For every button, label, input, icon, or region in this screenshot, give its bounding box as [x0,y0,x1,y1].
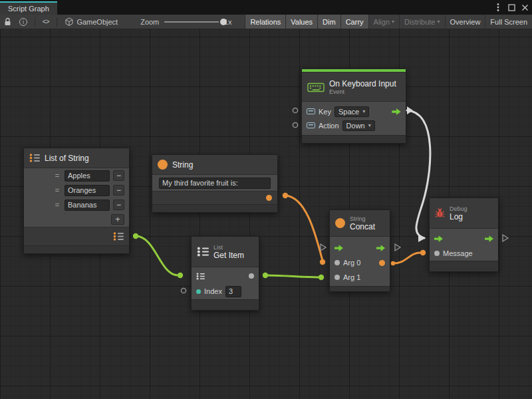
node-concat[interactable]: String Concat Arg 0 Arg 1 [329,209,390,292]
add-item-button[interactable]: + [111,214,124,225]
message-label: Message [443,249,473,257]
node-category: String [350,215,375,222]
result-port-icon[interactable] [379,260,385,266]
kebab-menu-icon[interactable] [494,3,502,11]
toolbar-toggle-group: Relations Values Dim Carry Align▾ Distri… [245,15,532,29]
graph-toolbar: i <> GameObject Zoom 1x Relations Values… [0,15,532,29]
node-debug-log[interactable]: Debug Log Message [429,198,499,272]
reorder-handle-icon[interactable]: = [53,201,61,209]
maximize-icon[interactable] [507,3,515,11]
node-header: List of String [24,148,129,168]
flow-in-arrow-icon[interactable] [334,245,343,251]
remove-item-button[interactable]: − [113,185,124,196]
node-header: List Get Item [192,237,259,267]
title-bar: Script Graph [0,0,532,15]
item-output-port-icon[interactable] [249,273,254,279]
keycap-icon [307,108,315,114]
remove-item-button[interactable]: − [113,200,124,210]
action-label: Action [319,122,339,130]
node-bottom-strip [302,135,406,143]
node-header: On Keyboard Input Event [302,72,406,102]
index-port-icon[interactable] [196,289,201,294]
list-item-row: = − [24,198,129,212]
zoom-slider-thumb[interactable] [220,19,227,25]
relations-button[interactable]: Relations [245,15,285,29]
bug-icon [435,208,445,218]
action-dropdown[interactable]: Down ▾ [342,120,375,131]
flow-in-arrow-icon[interactable] [434,235,443,242]
tab-title: Script Graph [8,5,49,13]
zoom-slider-track[interactable] [164,21,219,23]
list-item-input[interactable] [65,185,110,196]
keyboard-icon [307,82,325,92]
node-category: List [213,244,244,251]
node-title: On Keyboard Input [329,79,396,88]
toolbar-separator [57,17,57,27]
key-dropdown[interactable]: Space ▾ [334,106,369,117]
lock-icon[interactable] [0,15,15,29]
list-icon-orange [29,154,40,162]
dim-button[interactable]: Dim [317,15,340,29]
flow-out-arrow-icon[interactable] [485,235,493,242]
node-on-keyboard-input[interactable]: On Keyboard Input Event Key Space ▾ Acti… [301,68,406,144]
action-value: Down [346,122,365,130]
overview-button[interactable]: Overview [445,15,485,29]
zoom-slider[interactable] [164,17,219,27]
node-title: Get Item [213,251,244,260]
add-item-row: + [24,212,129,227]
window-controls [494,0,529,15]
message-port-icon[interactable] [434,251,440,256]
string-value-input[interactable] [159,178,271,189]
node-title: Concat [350,222,375,231]
node-list-of-string[interactable]: List of String = − = − = − + [23,148,130,254]
zoom-label: Zoom [140,18,159,26]
node-title: String [172,160,193,170]
trigger-flow-out-icon[interactable] [392,108,401,115]
caret-down-icon: ▾ [392,19,394,25]
flow-out-arrow-icon[interactable] [376,245,385,251]
index-input[interactable] [225,286,241,297]
list-item-input[interactable] [65,170,110,182]
fullscreen-button[interactable]: Full Screen [485,15,532,29]
info-glyph: i [23,19,24,25]
info-icon[interactable]: i [15,15,31,29]
node-bottom-strip [24,245,129,253]
node-bottom-strip [192,299,259,310]
node-get-item[interactable]: List Get Item Index [191,236,259,311]
arg1-port-icon[interactable] [334,275,340,280]
reorder-handle-icon[interactable]: = [53,172,61,180]
string-output-row [152,191,277,204]
unity-cube-icon [65,17,73,26]
node-string-literal[interactable]: String [152,154,278,213]
tab-script-graph[interactable]: Script Graph [0,1,57,15]
string-output-port-icon[interactable] [266,195,272,201]
caret-down-icon: ▾ [438,19,440,25]
reorder-handle-icon[interactable]: = [53,186,61,194]
node-header: String Concat [330,210,390,237]
align-button[interactable]: Align▾ [368,15,399,29]
arg1-label: Arg 1 [343,273,360,281]
index-label: Index [204,287,222,295]
carry-button[interactable]: Carry [340,15,368,29]
string-type-icon [158,160,168,170]
list-output-port-icon[interactable] [113,232,124,241]
action-row: Action Down ▾ [302,118,406,132]
distribute-button[interactable]: Distribute▾ [399,15,444,29]
gameobject-chip[interactable]: GameObject [60,17,123,26]
list-item-row: = − [24,183,129,198]
list-item-input[interactable] [65,200,110,211]
values-button[interactable]: Values [285,15,317,29]
list-input-port-icon[interactable] [196,273,205,280]
caret-down-icon: ▾ [362,108,365,114]
arg0-port-icon[interactable] [334,260,340,265]
remove-item-button[interactable]: − [113,170,124,181]
node-title: Log [450,212,467,221]
caret-down-icon: ▾ [368,122,371,128]
arg1-row: Arg 1 [330,270,390,285]
arg0-row: Arg 0 [330,255,390,270]
close-icon[interactable] [521,3,529,11]
node-header: String [152,155,277,175]
node-header: Debug Log [430,198,498,229]
list-icon-white [197,247,209,257]
code-view-icon[interactable]: <> [39,15,53,29]
